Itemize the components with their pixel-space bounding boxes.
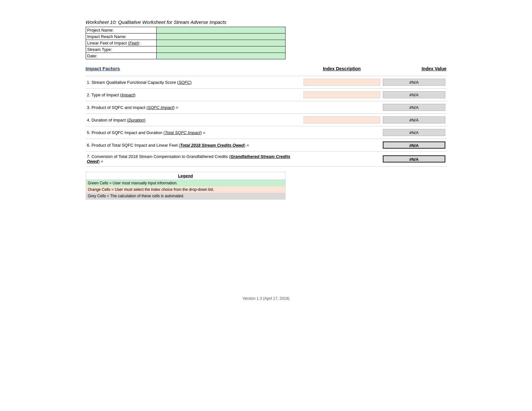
value-cell: #N/A [382,101,447,114]
header-label: Stream Type: [86,46,157,53]
main-table: 1. Stream Qualitative Functional Capacit… [86,76,447,167]
description-cell[interactable] [302,89,382,101]
table-row: 5. Product of SQFC Impact and Duration (… [86,126,447,139]
header-label: Date: [86,53,157,59]
table-row: 1. Stream Qualitative Functional Capacit… [86,76,447,89]
page-wrapper: Worksheet 10: Qualitative Worksheet for … [73,0,459,314]
table-row: 7. Conversion of Total 2018 Stream Compe… [86,152,447,167]
description-cell[interactable] [302,76,382,89]
factor-cell: 2. Type of Impact (Impact) [86,89,302,101]
factor-cell: 7. Conversion of Total 2018 Stream Compe… [86,152,302,167]
header-value[interactable] [157,53,285,59]
description-cell [302,139,382,152]
value-cell: #N/A [382,152,447,167]
value-cell: #N/A [382,89,447,101]
factor-cell: 5. Product of SQFC Impact and Duration (… [86,126,302,139]
value-cell: #N/A [382,114,447,126]
factor-cell: 6. Product of Total SQFC Impact and Line… [86,139,302,152]
header-value[interactable] [157,34,285,40]
legend-item: Orange Cells = User must select the inde… [86,186,285,193]
index-value-header: Index Value [382,66,447,71]
table-row: 2. Type of Impact (Impact)#N/A [86,89,447,101]
header-label: Project Name: [86,27,157,34]
header-label: Linear Feet of Impact (Feet): [86,40,157,46]
description-cell [302,152,382,167]
table-row: 3. Product of SQFC and Impact (SQFC Impa… [86,101,447,114]
factor-cell: 1. Stream Qualitative Functional Capacit… [86,76,302,89]
impact-factors-header: Impact Factors [86,66,302,71]
factor-cell: 4. Duration of Impact (Duration) [86,114,302,126]
header-value[interactable] [157,27,285,34]
footer: Version 1.3 (April 17, 2019) [86,296,447,301]
value-cell: #N/A [382,126,447,139]
index-description-header: Index Description [302,66,382,71]
legend-title: Legend [86,172,285,180]
value-cell: #N/A [382,139,447,152]
description-cell [302,101,382,114]
value-cell: #N/A [382,76,447,89]
index-value: #N/A [383,129,445,136]
index-value: #N/A [383,79,445,86]
index-value: #N/A [383,142,445,149]
index-value: #N/A [383,155,445,162]
header-table: Project Name:Impact Reach Name:Linear Fe… [86,27,285,59]
section-headers: Impact Factors Index Description Index V… [86,66,447,73]
legend-item: Green Cells = User must manually input i… [86,180,285,186]
legend-section: Legend Green Cells = User must manually … [86,172,285,200]
index-value: #N/A [383,91,445,98]
factor-cell: 3. Product of SQFC and Impact (SQFC Impa… [86,101,302,114]
table-row: 4. Duration of Impact (Duration)#N/A [86,114,447,126]
table-row: 6. Product of Total SQFC Impact and Line… [86,139,447,152]
description-cell [302,126,382,139]
index-value: #N/A [383,104,445,111]
description-cell[interactable] [302,114,382,126]
header-label: Impact Reach Name: [86,34,157,40]
worksheet-title: Worksheet 10: Qualitative Worksheet for … [86,19,447,25]
index-value: #N/A [383,116,445,123]
header-value[interactable] [157,46,285,53]
header-value[interactable] [157,40,285,46]
legend-item: Grey Cells = The calculation of these ce… [86,193,285,199]
